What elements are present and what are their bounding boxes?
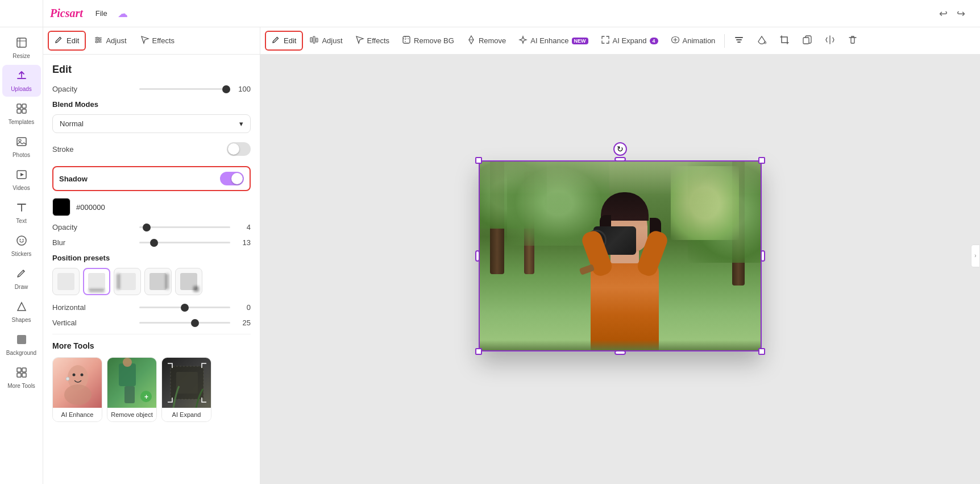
right-panel-collapse[interactable]: ›: [971, 245, 980, 267]
tool-card-remove-object[interactable]: + Remove object: [107, 357, 157, 422]
svg-point-6: [19, 139, 21, 142]
background-label: Background: [6, 350, 36, 356]
templates-label: Templates: [9, 119, 35, 125]
svg-rect-1: [17, 104, 21, 108]
canvas-align-button[interactable]: [728, 31, 750, 50]
panel-title: Edit: [52, 64, 251, 76]
edit-toolbar: Edit Adjust Effects: [43, 27, 260, 55]
sidebar-item-draw[interactable]: Draw: [2, 263, 41, 295]
cloud-save-icon[interactable]: ☁: [118, 7, 128, 20]
handle-bottom-right[interactable]: [758, 348, 765, 355]
svg-point-22: [96, 41, 98, 43]
shadow-color-swatch[interactable]: [52, 198, 70, 216]
vertical-value: 25: [235, 318, 251, 327]
position-presets-row: [52, 268, 251, 295]
videos-icon: [15, 168, 28, 183]
canvas-adjust-button[interactable]: Adjust: [304, 32, 348, 49]
tools-grid: AI Enhance +: [52, 357, 251, 422]
vertical-slider[interactable]: [139, 322, 230, 324]
edit-button[interactable]: Edit: [48, 31, 86, 51]
canvas-flip-button[interactable]: [819, 31, 841, 50]
canvas-crop-button[interactable]: [774, 31, 795, 50]
file-menu[interactable]: File: [92, 7, 111, 20]
canvas-ai-expand-icon: [601, 35, 610, 46]
canvas-toolbar: Edit Adjust Effects Remove BG Remove AI …: [260, 27, 980, 55]
canvas-animation-icon: [671, 35, 680, 46]
opacity-slider[interactable]: [139, 88, 230, 90]
shadow-blur-value: 13: [235, 238, 251, 247]
rotate-handle[interactable]: ↻: [613, 142, 627, 156]
vertical-row: Vertical 25: [52, 318, 251, 327]
undo-button[interactable]: ↩: [936, 5, 951, 22]
resize-icon: [15, 36, 28, 51]
handle-middle-left[interactable]: [475, 250, 480, 262]
svg-rect-4: [22, 109, 26, 113]
opacity-row: Opacity 100: [52, 85, 251, 93]
horizontal-row: Horizontal 0: [52, 303, 251, 312]
effects-button[interactable]: Effects: [135, 32, 181, 49]
shadow-opacity-slider[interactable]: [139, 226, 230, 228]
adjust-button[interactable]: Adjust: [88, 32, 132, 49]
tool-card-ai-expand[interactable]: AI Expand: [161, 357, 211, 422]
ai-enhance-new-badge: NEW: [572, 38, 588, 44]
redo-button[interactable]: ↪: [953, 5, 969, 22]
preset-left[interactable]: [114, 268, 141, 295]
stroke-toggle[interactable]: [227, 142, 251, 156]
tool-card-ai-enhance[interactable]: AI Enhance: [52, 357, 102, 422]
edit-icon: [55, 35, 64, 46]
handle-top-left[interactable]: [475, 157, 482, 164]
svg-point-21: [99, 39, 101, 41]
canvas-animation-button[interactable]: Animation: [665, 32, 721, 49]
preset-none[interactable]: [52, 268, 80, 295]
svg-rect-0: [17, 38, 26, 47]
canvas-color-fill-button[interactable]: [751, 31, 773, 50]
handle-bottom-left[interactable]: [475, 348, 482, 355]
canvas-edit-button[interactable]: Edit: [265, 31, 303, 51]
horizontal-slider[interactable]: [139, 307, 230, 308]
shadow-label: Shadow: [59, 175, 88, 183]
svg-rect-39: [735, 37, 743, 38]
canvas-remove-button[interactable]: Remove: [461, 32, 512, 49]
canvas-duplicate-button[interactable]: [796, 31, 818, 50]
sidebar-item-uploads[interactable]: Uploads: [2, 65, 41, 97]
canvas-delete-button[interactable]: [842, 31, 863, 50]
sidebar-item-shapes[interactable]: Shapes: [2, 296, 41, 328]
sidebar-item-videos[interactable]: Videos: [2, 164, 41, 196]
shadow-toggle[interactable]: [220, 172, 244, 185]
canvas-edit-icon: [272, 35, 281, 46]
sidebar-item-templates[interactable]: Templates: [2, 98, 41, 130]
preset-right[interactable]: [144, 268, 172, 295]
svg-text:+: +: [144, 393, 148, 401]
svg-rect-13: [17, 368, 21, 372]
sidebar-item-text[interactable]: Text: [2, 197, 41, 229]
preset-bottom[interactable]: [83, 268, 110, 295]
handle-bottom-center[interactable]: [614, 350, 626, 355]
canvas-ai-enhance-button[interactable]: AI Enhance NEW: [513, 32, 593, 49]
sidebar-item-photos[interactable]: Photos: [2, 131, 41, 163]
handle-middle-right[interactable]: [761, 250, 765, 262]
canvas-ai-expand-button[interactable]: AI Expand 4: [595, 32, 664, 49]
svg-rect-40: [736, 39, 742, 40]
sidebar-item-stickers[interactable]: Stickers: [2, 230, 41, 262]
edit-panel: Edit Opacity 100 Blend Modes Normal ▾: [43, 55, 260, 484]
photos-label: Photos: [13, 152, 30, 158]
svg-rect-5: [17, 138, 26, 146]
blend-mode-dropdown[interactable]: Normal ▾: [52, 114, 251, 133]
svg-rect-34: [176, 372, 198, 394]
canvas-area: ↻ ›: [260, 27, 980, 484]
canvas-remove-bg-button[interactable]: Remove BG: [396, 32, 460, 49]
sidebar-item-resize[interactable]: Resize: [2, 32, 41, 64]
horizontal-label: Horizontal: [52, 303, 86, 312]
shadow-blur-slider[interactable]: [139, 242, 230, 243]
sidebar-item-more-tools[interactable]: More Tools: [2, 362, 41, 394]
svg-rect-36: [313, 36, 315, 43]
svg-point-10: [22, 239, 23, 240]
resize-label: Resize: [13, 53, 30, 59]
canvas-effects-button[interactable]: Effects: [350, 32, 396, 49]
uploads-icon: [15, 69, 28, 84]
handle-top-right[interactable]: [758, 157, 765, 164]
handle-top-center[interactable]: [614, 157, 626, 162]
canvas-image-container[interactable]: ↻: [479, 160, 762, 351]
preset-corner[interactable]: [175, 268, 202, 295]
sidebar-item-background[interactable]: Background: [2, 329, 41, 361]
